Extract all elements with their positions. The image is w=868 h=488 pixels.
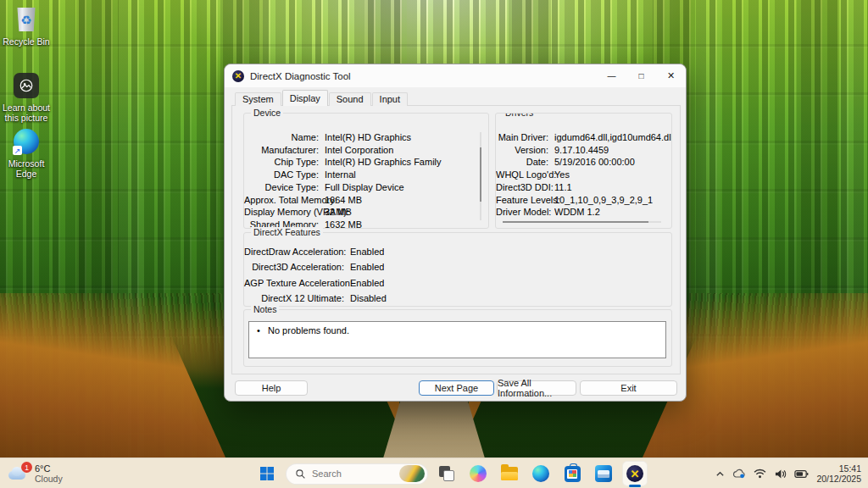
desktop-icon-microsoft-edge[interactable]: ↗ Microsoft Edge xyxy=(0,127,53,179)
bullet-icon: • xyxy=(249,325,268,336)
device-row: Name:Intel(R) HD Graphics xyxy=(244,131,488,144)
dxdiag-icon: ✕ xyxy=(626,465,643,482)
tab-input[interactable]: Input xyxy=(372,92,408,106)
outlook-icon xyxy=(595,465,612,482)
task-view-button[interactable] xyxy=(434,461,459,486)
tab-strip: System Display Sound Input xyxy=(235,92,409,106)
active-app-indicator xyxy=(629,485,641,487)
notification-badge: 1 xyxy=(21,462,32,473)
desktop-icon-recycle-bin[interactable]: ♻ Recycle Bin xyxy=(0,5,53,47)
device-scrollbar[interactable] xyxy=(480,132,481,220)
save-all-information-button[interactable]: Save All Information... xyxy=(497,380,576,396)
feature-row: DirectX 12 Ultimate:Disabled xyxy=(244,291,671,306)
search-input[interactable] xyxy=(312,469,393,479)
tab-sound[interactable]: Sound xyxy=(329,92,371,106)
clock-date: 20/12/2025 xyxy=(816,474,861,484)
store-icon xyxy=(565,466,581,482)
desktop-icon-label: Microsoft Edge xyxy=(2,158,51,179)
window-controls: — □ ✕ xyxy=(597,64,686,87)
tab-display[interactable]: Display xyxy=(282,90,328,106)
dxdiag-window: ✕ DirectX Diagnostic Tool — □ ✕ System D… xyxy=(224,64,687,402)
display-tab-panel: Device Name:Intel(R) HD Graphics Manufac… xyxy=(231,105,681,374)
copilot-icon xyxy=(470,465,487,482)
taskbar-clock[interactable]: 15:41 20/12/2025 xyxy=(816,463,861,484)
search-icon xyxy=(295,469,306,480)
driver-row: Version:9.17.10.4459 xyxy=(496,144,671,157)
dialog-button-row: Help Next Page Save All Information... E… xyxy=(225,380,686,396)
feature-row: AGP Texture Acceleration:Enabled xyxy=(244,275,671,291)
exit-button[interactable]: Exit xyxy=(580,380,677,396)
weather-cloud-icon: 1 xyxy=(7,466,29,481)
task-view-icon xyxy=(439,466,454,481)
notes-textarea[interactable]: • No problems found. xyxy=(248,321,666,358)
directx-features-group: DirectX Features DirectDraw Acceleration… xyxy=(243,232,672,307)
next-page-button[interactable]: Next Page xyxy=(419,380,494,396)
driver-row: Date:5/19/2016 00:00:00 xyxy=(496,156,671,169)
recycle-symbol: ♻ xyxy=(20,14,31,26)
minimize-button[interactable]: — xyxy=(597,64,626,87)
windows-icon xyxy=(259,466,275,481)
dxdiag-app-icon: ✕ xyxy=(232,70,244,82)
edge-button[interactable] xyxy=(528,461,554,486)
onedrive-cloud-icon[interactable] xyxy=(732,469,746,479)
driver-row: Direct3D DDI:11.1 xyxy=(496,181,671,194)
driver-row: WHQL Logo'd:Yes xyxy=(496,169,671,181)
notes-group: Notes • No problems found. xyxy=(243,309,672,367)
drivers-group: Drivers Main Driver:igdumd64.dll,igd10um… xyxy=(495,113,672,229)
taskbar-center: ✕ xyxy=(254,461,648,486)
tab-system[interactable]: System xyxy=(235,92,281,106)
desktop-icon-label: Learn about this picture xyxy=(2,103,51,123)
driver-row: Main Driver:igdumd64.dll,igd10umd64.dll,… xyxy=(496,131,671,144)
notes-legend: Notes xyxy=(251,304,279,314)
device-group: Device Name:Intel(R) HD Graphics Manufac… xyxy=(243,113,489,229)
recycle-bin-icon: ♻ xyxy=(12,5,41,34)
note-item: • No problems found. xyxy=(249,322,665,336)
feature-row: Direct3D Acceleration:Enabled xyxy=(244,259,671,274)
edge-icon xyxy=(532,465,549,482)
help-button[interactable]: Help xyxy=(235,380,308,396)
device-row: Display Memory (VRAM):32 MB xyxy=(244,206,488,219)
desktop-icon-label: Recycle Bin xyxy=(3,36,49,47)
file-explorer-icon xyxy=(501,467,518,480)
device-row: Approx. Total Memory:1664 MB xyxy=(244,194,488,207)
hidden-icons-chevron[interactable] xyxy=(715,469,725,479)
driver-row: Feature Levels:10_1,10_0,9_3,9_2,9_1 xyxy=(496,194,671,207)
feature-row: DirectDraw Acceleration:Enabled xyxy=(244,244,671,259)
weather-widget[interactable]: 1 6°C Cloudy xyxy=(7,458,63,488)
copilot-button[interactable] xyxy=(465,461,491,486)
titlebar[interactable]: ✕ DirectX Diagnostic Tool — □ ✕ xyxy=(225,64,686,87)
weather-condition: Cloudy xyxy=(35,474,63,484)
store-button[interactable] xyxy=(559,461,585,486)
search-box[interactable] xyxy=(286,463,428,485)
desktop-icon-learn-about-picture[interactable]: Learn about this picture xyxy=(0,71,53,123)
device-row: Manufacturer:Intel Corporation xyxy=(244,144,488,157)
device-row: Chip Type:Intel(R) HD Graphics Family xyxy=(244,156,488,169)
taskbar: 1 6°C Cloudy ✕ xyxy=(0,458,868,488)
outlook-button[interactable] xyxy=(591,461,616,486)
search-daily-image xyxy=(399,465,425,482)
weather-temperature: 6°C xyxy=(35,463,63,474)
file-explorer-button[interactable] xyxy=(497,461,522,486)
shortcut-arrow-icon: ↗ xyxy=(13,146,22,155)
start-button[interactable] xyxy=(254,461,280,486)
system-tray: 15:41 20/12/2025 xyxy=(715,458,861,488)
note-text: No problems found. xyxy=(268,325,349,336)
picture-icon xyxy=(12,71,41,100)
wifi-icon[interactable] xyxy=(754,469,766,479)
volume-icon[interactable] xyxy=(774,469,787,480)
edge-icon: ↗ xyxy=(12,127,41,156)
close-button[interactable]: ✕ xyxy=(656,64,686,87)
driver-row: Driver Model:WDDM 1.2 xyxy=(496,206,671,219)
battery-icon[interactable] xyxy=(794,469,809,479)
drivers-scrollbar[interactable] xyxy=(503,221,661,223)
clock-time: 15:41 xyxy=(816,463,861,474)
maximize-button[interactable]: □ xyxy=(626,64,656,87)
dxdiag-taskbar-button[interactable]: ✕ xyxy=(622,461,648,486)
device-row: Device Type:Full Display Device xyxy=(244,181,488,194)
device-row: DAC Type:Internal xyxy=(244,169,488,181)
window-title: DirectX Diagnostic Tool xyxy=(250,71,351,81)
desktop: ♻ Recycle Bin Learn about this picture ↗… xyxy=(0,0,868,488)
